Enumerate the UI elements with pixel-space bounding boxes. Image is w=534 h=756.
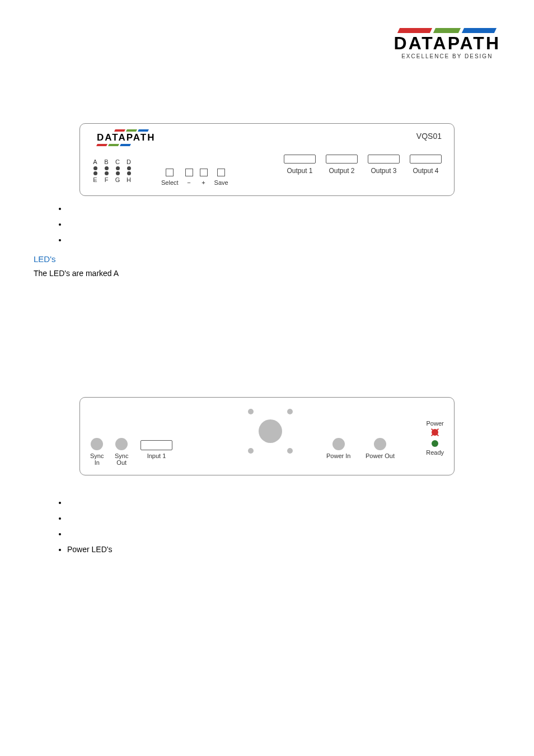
panel-logo-bars2-icon (97, 144, 155, 146)
led-dot-icon (105, 171, 109, 175)
panel-logo: DATAPATH (97, 129, 155, 146)
power-out-port-icon (374, 438, 386, 450)
input-1-port-icon (140, 440, 172, 450)
save-button-icon (217, 169, 225, 176)
led-dot-icon (116, 166, 120, 170)
plus-button-icon (200, 169, 208, 176)
plus-button-label: + (202, 179, 205, 186)
screw-icon (287, 409, 293, 414)
select-button-icon (166, 169, 174, 176)
rear-panel-bullets: Power LED's (67, 498, 500, 554)
led-label-a: A (92, 158, 98, 165)
select-button-label: Select (161, 179, 179, 186)
bullet-item (67, 204, 500, 213)
output-1-label: Output 1 (287, 167, 312, 175)
save-button-label: Save (214, 179, 228, 186)
logo-bars-icon (394, 28, 500, 33)
led-label-d: D (126, 158, 132, 165)
sync-out-label: Sync Out (115, 452, 128, 466)
led-label-g: G (115, 176, 120, 183)
screw-icon (248, 448, 254, 454)
rear-panel-diagram: Sync In Sync Out Input 1 Power In (79, 397, 455, 475)
led-dot-icon (93, 166, 97, 170)
output-ports: Output 1 Output 2 Output 3 Output 4 (284, 155, 442, 175)
led-dot-icon (116, 171, 120, 175)
power-led-red-icon (432, 429, 438, 436)
output-port-icon (368, 155, 400, 164)
ready-label: Ready (426, 449, 444, 456)
brand-logo: DATAPATH EXCELLENCE BY DESIGN (394, 28, 500, 59)
screw-icon (248, 409, 254, 414)
panel-brand-name: DATAPATH (97, 132, 155, 143)
output-port-icon (284, 155, 316, 164)
output-port-icon (326, 155, 358, 164)
led-matrix: A B C D E (92, 158, 132, 184)
led-dot-icon (105, 166, 109, 170)
brand-name: DATAPATH (394, 34, 500, 52)
led-dot-icon (93, 171, 97, 175)
bullet-item (67, 498, 500, 507)
bullet-item: Power LED's (67, 545, 500, 554)
panel-model-label: VQS01 (416, 132, 442, 141)
leds-heading: LED's (34, 254, 500, 264)
minus-button-icon (185, 169, 193, 176)
fan-icon (259, 419, 282, 443)
led-label-f: F (104, 176, 109, 183)
power-in-port-icon (332, 438, 345, 450)
led-label-e: E (92, 176, 98, 183)
power-label: Power (427, 420, 444, 427)
ready-led-green-icon (432, 440, 438, 447)
panel-logo-bars-icon (115, 129, 155, 132)
sync-out-port-icon (115, 438, 128, 450)
sync-in-label: Sync In (90, 452, 104, 466)
led-label-c: C (115, 158, 120, 165)
output-port-icon (410, 155, 442, 164)
power-in-label: Power In (326, 452, 350, 459)
brand-tagline: EXCELLENCE BY DESIGN (394, 53, 500, 59)
led-dot-icon (127, 166, 131, 170)
front-panel-diagram: DATAPATH VQS01 A B C D (79, 123, 455, 196)
power-out-label: Power Out (366, 452, 395, 459)
bullet-item (67, 514, 500, 522)
input-1-label: Input 1 (147, 452, 166, 459)
bullet-item (67, 529, 500, 538)
output-2-label: Output 2 (329, 167, 354, 175)
led-label-b: B (104, 158, 109, 165)
led-label-h: H (126, 176, 132, 183)
sync-in-port-icon (91, 438, 103, 450)
front-buttons: Select − + Save (161, 169, 228, 186)
output-3-label: Output 3 (371, 167, 396, 175)
minus-button-label: − (187, 179, 190, 186)
output-4-label: Output 4 (413, 167, 438, 175)
leds-text: The LED's are marked A (34, 268, 500, 278)
bullet-item (67, 235, 500, 244)
front-panel-bullets (67, 204, 500, 244)
led-dot-icon (127, 171, 131, 175)
screw-icon (287, 448, 293, 454)
bullet-item (67, 220, 500, 228)
